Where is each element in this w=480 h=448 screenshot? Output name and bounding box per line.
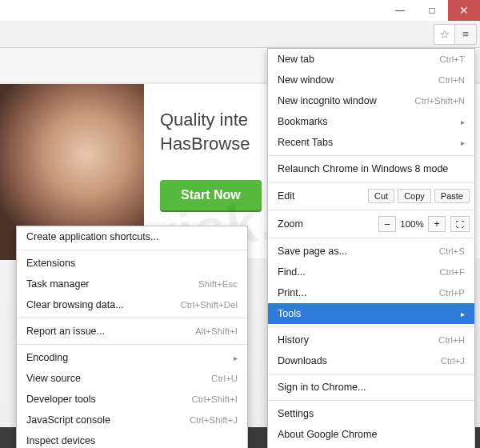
menu-relaunch-win8[interactable]: Relaunch Chrome in Windows 8 mode — [268, 158, 474, 179]
submenu-encoding[interactable]: Encoding▸ — [17, 347, 247, 368]
menu-downloads[interactable]: DownloadsCtrl+J — [268, 350, 474, 371]
menu-history[interactable]: HistoryCtrl+H — [268, 330, 474, 350]
chevron-right-icon: ▸ — [461, 310, 465, 318]
zoom-out-button[interactable]: – — [378, 216, 396, 232]
submenu-task-manager[interactable]: Task managerShift+Esc — [17, 274, 247, 294]
submenu-js-console[interactable]: JavaScript consoleCtrl+Shift+J — [17, 410, 247, 430]
menu-settings[interactable]: Settings — [268, 403, 474, 424]
submenu-extensions[interactable]: Extensions — [17, 253, 247, 274]
main-menu-button[interactable]: ≡ — [454, 24, 477, 45]
menu-recent-tabs[interactable]: Recent Tabs▸ — [268, 132, 474, 153]
fullscreen-button[interactable]: ⛶ — [450, 216, 470, 232]
chevron-right-icon: ▸ — [461, 138, 465, 147]
menu-about[interactable]: About Google Chrome — [268, 424, 474, 445]
menu-edit-row: Edit Cut Copy Paste — [268, 185, 474, 207]
cut-button[interactable]: Cut — [368, 189, 394, 203]
chrome-main-menu: New tabCtrl+T New windowCtrl+N New incog… — [267, 48, 475, 448]
menu-tools[interactable]: Tools▸ — [268, 303, 474, 324]
submenu-clear-data[interactable]: Clear browsing data...Ctrl+Shift+Del — [17, 294, 247, 315]
menu-save-page[interactable]: Save page as...Ctrl+S — [268, 241, 474, 262]
menu-new-window[interactable]: New windowCtrl+N — [268, 70, 474, 90]
bookmark-star-icon[interactable]: ☆ — [434, 24, 454, 45]
tools-submenu: Create application shortcuts... Extensio… — [16, 226, 248, 448]
submenu-create-shortcuts[interactable]: Create application shortcuts... — [17, 226, 247, 247]
menu-incognito[interactable]: New incognito windowCtrl+Shift+N — [268, 90, 474, 111]
start-now-button[interactable]: Start Now — [160, 180, 262, 210]
zoom-value: 100% — [398, 219, 426, 229]
window-minimize-button[interactable]: — — [384, 0, 416, 21]
menu-bookmarks[interactable]: Bookmarks▸ — [268, 111, 474, 132]
hero-heading: Quality inteHasBrowse — [160, 108, 250, 155]
chevron-right-icon: ▸ — [461, 118, 465, 126]
window-maximize-button[interactable]: □ — [416, 0, 448, 21]
submenu-report-issue[interactable]: Report an issue...Alt+Shift+I — [17, 321, 247, 342]
window-titlebar: — □ ✕ — [0, 0, 480, 21]
menu-help[interactable]: Help — [268, 445, 474, 448]
paste-button[interactable]: Paste — [434, 189, 470, 203]
submenu-devtools[interactable]: Developer toolsCtrl+Shift+I — [17, 389, 247, 410]
copy-button[interactable]: Copy — [398, 189, 431, 203]
menu-signin[interactable]: Sign in to Chrome... — [268, 377, 474, 398]
menu-print[interactable]: Print...Ctrl+P — [268, 282, 474, 303]
menu-zoom-row: Zoom – 100% + ⛶ — [268, 213, 474, 235]
edit-label: Edit — [278, 190, 365, 202]
browser-toolbar: ☆ ≡ — [0, 21, 480, 48]
submenu-view-source[interactable]: View sourceCtrl+U — [17, 368, 247, 389]
zoom-label: Zoom — [278, 218, 377, 230]
chevron-right-icon: ▸ — [234, 354, 238, 362]
menu-find[interactable]: Find...Ctrl+F — [268, 262, 474, 282]
window-close-button[interactable]: ✕ — [448, 0, 480, 21]
menu-new-tab[interactable]: New tabCtrl+T — [268, 49, 474, 70]
submenu-inspect-devices[interactable]: Inspect devices — [17, 430, 247, 448]
zoom-in-button[interactable]: + — [428, 216, 446, 232]
